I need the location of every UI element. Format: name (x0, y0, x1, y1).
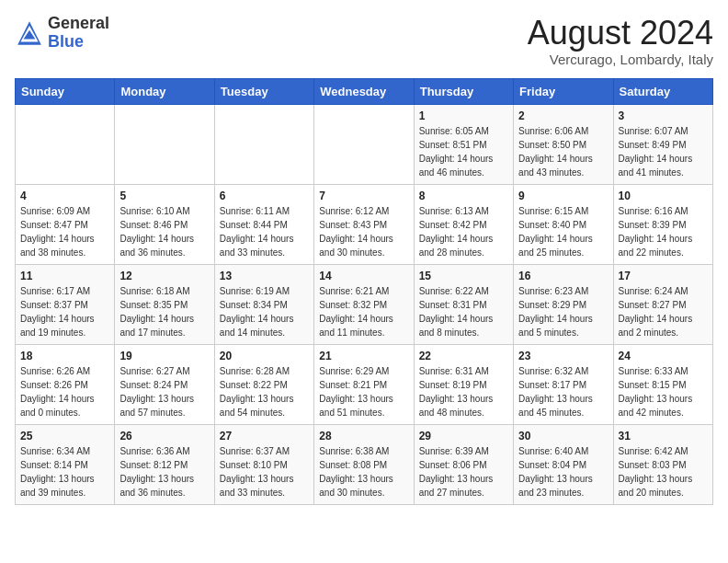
day-number: 9 (518, 190, 608, 202)
day-number: 4 (20, 190, 109, 202)
day-info: Sunrise: 6:21 AM Sunset: 8:32 PM Dayligh… (319, 284, 408, 339)
calendar-cell: 20Sunrise: 6:28 AM Sunset: 8:22 PM Dayli… (214, 344, 313, 424)
day-number: 13 (220, 270, 309, 282)
calendar-week-row: 25Sunrise: 6:34 AM Sunset: 8:14 PM Dayli… (16, 424, 713, 504)
day-info: Sunrise: 6:34 AM Sunset: 8:14 PM Dayligh… (20, 444, 109, 500)
calendar-cell: 16Sunrise: 6:23 AM Sunset: 8:29 PM Dayli… (514, 264, 613, 344)
day-info: Sunrise: 6:32 AM Sunset: 8:17 PM Dayligh… (518, 364, 608, 419)
calendar-cell: 25Sunrise: 6:34 AM Sunset: 8:14 PM Dayli… (16, 424, 115, 504)
calendar-cell: 19Sunrise: 6:27 AM Sunset: 8:24 PM Dayli… (115, 344, 214, 424)
day-info: Sunrise: 6:13 AM Sunset: 8:42 PM Dayligh… (419, 204, 508, 259)
weekday-header: Friday (514, 78, 613, 104)
day-info: Sunrise: 6:42 AM Sunset: 8:03 PM Dayligh… (619, 444, 708, 500)
page-header: General Blue August 2024 Vercurago, Lomb… (15, 15, 713, 67)
day-number: 14 (319, 270, 408, 282)
day-info: Sunrise: 6:31 AM Sunset: 8:19 PM Dayligh… (419, 364, 508, 419)
calendar-cell: 13Sunrise: 6:19 AM Sunset: 8:34 PM Dayli… (214, 264, 313, 344)
day-number: 21 (319, 350, 408, 362)
calendar-cell: 7Sunrise: 6:12 AM Sunset: 8:43 PM Daylig… (314, 184, 414, 264)
day-number: 18 (20, 350, 109, 362)
day-info: Sunrise: 6:06 AM Sunset: 8:50 PM Dayligh… (518, 124, 608, 179)
weekday-header: Wednesday (314, 78, 414, 104)
weekday-header: Saturday (613, 78, 712, 104)
day-info: Sunrise: 6:05 AM Sunset: 8:51 PM Dayligh… (419, 124, 508, 179)
calendar-cell: 2Sunrise: 6:06 AM Sunset: 8:50 PM Daylig… (514, 104, 613, 184)
day-info: Sunrise: 6:38 AM Sunset: 8:08 PM Dayligh… (319, 444, 408, 500)
day-number: 11 (20, 270, 109, 282)
day-number: 8 (419, 190, 508, 202)
day-info: Sunrise: 6:27 AM Sunset: 8:24 PM Dayligh… (119, 364, 209, 419)
calendar-week-row: 11Sunrise: 6:17 AM Sunset: 8:37 PM Dayli… (16, 264, 713, 344)
calendar-cell (214, 104, 313, 184)
title-block: August 2024 Vercurago, Lombardy, Italy (528, 15, 713, 67)
location-subtitle: Vercurago, Lombardy, Italy (528, 52, 713, 67)
day-info: Sunrise: 6:16 AM Sunset: 8:39 PM Dayligh… (619, 204, 708, 259)
calendar-cell: 27Sunrise: 6:37 AM Sunset: 8:10 PM Dayli… (214, 424, 313, 504)
day-info: Sunrise: 6:12 AM Sunset: 8:43 PM Dayligh… (319, 204, 408, 259)
day-info: Sunrise: 6:37 AM Sunset: 8:10 PM Dayligh… (220, 444, 309, 500)
day-number: 2 (518, 109, 608, 122)
calendar-cell: 11Sunrise: 6:17 AM Sunset: 8:37 PM Dayli… (16, 264, 115, 344)
day-info: Sunrise: 6:29 AM Sunset: 8:21 PM Dayligh… (319, 364, 408, 419)
day-number: 5 (119, 190, 209, 202)
day-info: Sunrise: 6:36 AM Sunset: 8:12 PM Dayligh… (119, 444, 209, 500)
logo-blue-text: Blue (48, 32, 84, 51)
day-info: Sunrise: 6:39 AM Sunset: 8:06 PM Dayligh… (419, 444, 508, 500)
calendar-cell: 26Sunrise: 6:36 AM Sunset: 8:12 PM Dayli… (115, 424, 214, 504)
day-number: 22 (419, 350, 508, 362)
calendar-cell: 31Sunrise: 6:42 AM Sunset: 8:03 PM Dayli… (613, 424, 712, 504)
weekday-header: Thursday (414, 78, 513, 104)
weekday-header-row: SundayMondayTuesdayWednesdayThursdayFrid… (16, 78, 713, 104)
day-number: 28 (319, 430, 408, 442)
calendar-cell: 8Sunrise: 6:13 AM Sunset: 8:42 PM Daylig… (414, 184, 513, 264)
calendar-cell: 5Sunrise: 6:10 AM Sunset: 8:46 PM Daylig… (115, 184, 214, 264)
calendar-cell: 22Sunrise: 6:31 AM Sunset: 8:19 PM Dayli… (414, 344, 513, 424)
day-number: 6 (220, 190, 309, 202)
calendar-cell: 3Sunrise: 6:07 AM Sunset: 8:49 PM Daylig… (613, 104, 712, 184)
day-number: 3 (619, 109, 708, 122)
calendar-cell (16, 104, 115, 184)
day-info: Sunrise: 6:18 AM Sunset: 8:35 PM Dayligh… (119, 284, 209, 339)
day-info: Sunrise: 6:11 AM Sunset: 8:44 PM Dayligh… (220, 204, 309, 259)
day-info: Sunrise: 6:07 AM Sunset: 8:49 PM Dayligh… (619, 124, 708, 179)
day-info: Sunrise: 6:40 AM Sunset: 8:04 PM Dayligh… (518, 444, 608, 500)
day-number: 7 (319, 190, 408, 202)
day-info: Sunrise: 6:09 AM Sunset: 8:47 PM Dayligh… (20, 204, 109, 259)
day-info: Sunrise: 6:22 AM Sunset: 8:31 PM Dayligh… (419, 284, 508, 339)
calendar-cell: 23Sunrise: 6:32 AM Sunset: 8:17 PM Dayli… (514, 344, 613, 424)
day-number: 24 (619, 350, 708, 362)
calendar-cell: 1Sunrise: 6:05 AM Sunset: 8:51 PM Daylig… (414, 104, 513, 184)
day-number: 12 (119, 270, 209, 282)
calendar-cell: 18Sunrise: 6:26 AM Sunset: 8:26 PM Dayli… (16, 344, 115, 424)
calendar-cell: 10Sunrise: 6:16 AM Sunset: 8:39 PM Dayli… (613, 184, 712, 264)
calendar-cell: 14Sunrise: 6:21 AM Sunset: 8:32 PM Dayli… (314, 264, 414, 344)
calendar-cell: 21Sunrise: 6:29 AM Sunset: 8:21 PM Dayli… (314, 344, 414, 424)
day-number: 26 (119, 430, 209, 442)
day-number: 19 (119, 350, 209, 362)
day-number: 17 (619, 270, 708, 282)
day-number: 23 (518, 350, 608, 362)
day-info: Sunrise: 6:26 AM Sunset: 8:26 PM Dayligh… (20, 364, 109, 419)
calendar-cell: 15Sunrise: 6:22 AM Sunset: 8:31 PM Dayli… (414, 264, 513, 344)
day-number: 15 (419, 270, 508, 282)
calendar-table: SundayMondayTuesdayWednesdayThursdayFrid… (15, 78, 713, 505)
calendar-cell: 17Sunrise: 6:24 AM Sunset: 8:27 PM Dayli… (613, 264, 712, 344)
day-info: Sunrise: 6:24 AM Sunset: 8:27 PM Dayligh… (619, 284, 708, 339)
weekday-header: Tuesday (214, 78, 313, 104)
day-number: 16 (518, 270, 608, 282)
calendar-week-row: 4Sunrise: 6:09 AM Sunset: 8:47 PM Daylig… (16, 184, 713, 264)
day-info: Sunrise: 6:17 AM Sunset: 8:37 PM Dayligh… (20, 284, 109, 339)
day-info: Sunrise: 6:23 AM Sunset: 8:29 PM Dayligh… (518, 284, 608, 339)
calendar-week-row: 1Sunrise: 6:05 AM Sunset: 8:51 PM Daylig… (16, 104, 713, 184)
calendar-cell: 6Sunrise: 6:11 AM Sunset: 8:44 PM Daylig… (214, 184, 313, 264)
day-info: Sunrise: 6:33 AM Sunset: 8:15 PM Dayligh… (619, 364, 708, 419)
calendar-cell (314, 104, 414, 184)
day-number: 1 (419, 109, 508, 122)
calendar-cell: 28Sunrise: 6:38 AM Sunset: 8:08 PM Dayli… (314, 424, 414, 504)
logo-icon (15, 18, 44, 48)
day-info: Sunrise: 6:10 AM Sunset: 8:46 PM Dayligh… (119, 204, 209, 259)
day-number: 29 (419, 430, 508, 442)
weekday-header: Monday (115, 78, 214, 104)
calendar-cell: 24Sunrise: 6:33 AM Sunset: 8:15 PM Dayli… (613, 344, 712, 424)
calendar-cell: 30Sunrise: 6:40 AM Sunset: 8:04 PM Dayli… (514, 424, 613, 504)
